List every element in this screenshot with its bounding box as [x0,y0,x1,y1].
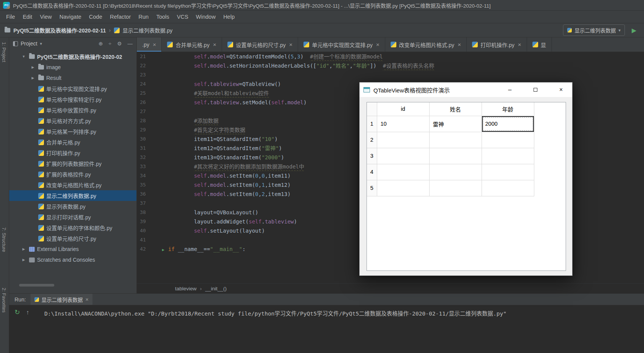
column-header[interactable]: id [377,102,429,116]
column-header[interactable]: 姓名 [429,102,482,116]
column-header[interactable]: 年龄 [482,102,534,116]
chevron-right-icon[interactable]: ▶ [30,65,36,69]
tab-close-icon[interactable]: × [153,41,156,48]
table-cell[interactable] [482,148,534,164]
collapse-all-icon[interactable]: ÷ [109,41,111,47]
qtableview[interactable]: id姓名年龄110雷神20002345 [367,102,534,196]
menu-item-vcs[interactable]: VCS [173,12,192,22]
tool-button-favorites[interactable]: 2: Favorites [1,288,6,313]
project-item[interactable]: 扩展的列表数据控件.py [9,158,136,169]
table-cell[interactable] [377,148,429,164]
menu-item-view[interactable]: View [36,12,55,22]
menu-item-edit[interactable]: Edit [19,12,36,22]
run-tab[interactable]: 显示二维列表数据 × [31,294,92,305]
locate-file-icon[interactable]: ⊕ [99,40,103,47]
table-cell[interactable] [429,148,482,164]
project-item[interactable]: ▶Scratches and Consoles [9,254,136,265]
project-item[interactable]: 设置单元格的尺寸.py [9,233,136,244]
code-line[interactable]: 22 self.model.setHorizontalHeaderLabels(… [137,61,644,70]
editor-tab[interactable]: .py× [137,37,162,52]
rerun-icon[interactable]: ↻ [15,309,20,316]
tab-close-icon[interactable]: × [289,41,293,48]
run-configuration-select[interactable]: 显示二维列表数据 ▾ [563,24,625,36]
close-button[interactable]: × [550,83,572,97]
table-cell[interactable] [429,132,482,148]
row-header[interactable]: 4 [367,164,377,180]
table-cell[interactable] [482,180,534,196]
horizontal-scrollbar[interactable] [19,284,54,287]
project-item[interactable]: 单元格中搜索特定行.py [9,94,136,105]
menu-item-tools[interactable]: Tools [152,12,173,22]
row-header[interactable]: 5 [367,180,377,196]
project-item[interactable]: 打印机操作.py [9,147,136,158]
breadcrumb-item[interactable]: __init__() [205,286,227,291]
row-header[interactable]: 3 [367,148,377,164]
menu-item-window[interactable]: Window [192,12,220,22]
minimize-button[interactable]: – [499,83,521,97]
tab-close-icon[interactable]: × [458,41,461,48]
editor-tab[interactable]: 打印机操作.py× [467,37,527,52]
qt-title-bar[interactable]: QTableView表格视图控件演示 – × [360,83,572,97]
chevron-right-icon[interactable]: ▶ [21,247,27,251]
chevron-right-icon[interactable]: ▶ [21,258,27,262]
project-item[interactable]: ▼PyQt5二维数据及表格操作-2020-02 [9,51,136,62]
code-line[interactable]: 21 self.model=QStandardItemModel(5,3) #创… [137,52,644,61]
menu-item-run[interactable]: Run [135,12,152,22]
chevron-down-icon[interactable]: ▼ [21,55,27,58]
project-item[interactable]: 显示打印对话框.py [9,212,136,222]
project-view-title[interactable]: Project [21,40,37,47]
editor-tab[interactable]: 设置单元格的尺寸.py× [222,37,298,52]
editor-tab[interactable]: 显 [527,37,552,52]
menu-item-refactor[interactable]: Refactor [106,12,135,22]
close-icon[interactable]: × [86,296,89,303]
tab-close-icon[interactable]: × [376,41,380,48]
project-item[interactable]: 显示列表数据.py [9,201,136,212]
project-item[interactable]: 扩展的表格控件.py [9,169,136,180]
table-cell[interactable] [377,180,429,196]
scroll-up-icon[interactable]: ↑ [26,309,29,316]
project-item[interactable]: 单元格中放置控件.py [9,105,136,115]
project-item[interactable]: 单元格对齐方式.py [9,115,136,126]
console-output[interactable]: D:\Install\ANACONDA\python.exe "D:/Byrbt… [44,309,644,353]
table-cell[interactable] [482,132,534,148]
run-line-icon[interactable]: ▶ [162,248,164,252]
editor-tab[interactable]: 合并单元格.py× [162,37,222,52]
table-cell[interactable] [429,164,482,180]
project-item[interactable]: 合并单元格.py [9,137,136,147]
maximize-button[interactable] [524,83,547,97]
row-header[interactable]: 2 [367,132,377,148]
run-button[interactable]: ▶ [632,27,636,34]
project-item[interactable]: 改变单元格图片格式.py [9,180,136,190]
table-cell[interactable]: 2000 [482,116,534,132]
menu-item-help[interactable]: Help [219,12,238,22]
tab-close-icon[interactable]: × [518,41,521,48]
tool-button-project[interactable]: 1: Project [1,42,6,62]
editor-tab[interactable]: 改变单元格图片格式.py× [385,37,467,52]
row-header[interactable]: 1 [367,116,377,132]
table-cell[interactable]: 10 [377,116,429,132]
editor-tab[interactable]: 单元格中实现图文混排.py× [298,37,385,52]
table-cell[interactable]: 雷神 [429,116,482,132]
qtableview-demo-window[interactable]: QTableView表格视图控件演示 – × id姓名年龄110雷神200023… [359,82,573,276]
breadcrumb-file[interactable]: 显示二维列表数据.py [123,26,173,34]
table-cell[interactable] [429,180,482,196]
table-cell[interactable] [377,164,429,180]
table-cell[interactable] [377,132,429,148]
project-item[interactable]: 设置单元格的字体和颜色.py [9,222,136,233]
project-item[interactable]: 显示二维列表数据.py [9,190,136,201]
chevron-down-icon[interactable]: ▾ [40,41,42,46]
chevron-right-icon[interactable]: ▶ [30,76,36,80]
code-line[interactable]: 23 [137,70,644,79]
title-bar[interactable]: PC PyQt5二维数据及表格操作-2020-02-11 [D:\Byrbt20… [0,0,644,11]
project-item[interactable]: ▶Result [9,73,136,83]
breadcrumb-project[interactable]: PyQt5二维数据及表格操作-2020-02-11 [13,26,106,34]
tool-button-structure[interactable]: 7: Structure [1,227,6,252]
hide-panel-icon[interactable]: — [128,41,133,47]
menu-item-file[interactable]: File [2,12,19,22]
project-item[interactable]: 单元格中实现图文混排.py [9,83,136,94]
gear-icon[interactable]: ⚙ [117,40,122,47]
menu-item-code[interactable]: Code [85,12,106,22]
table-cell[interactable] [482,164,534,180]
project-item[interactable]: ▶image [9,62,136,73]
breadcrumb-item[interactable]: tableview [175,286,196,291]
